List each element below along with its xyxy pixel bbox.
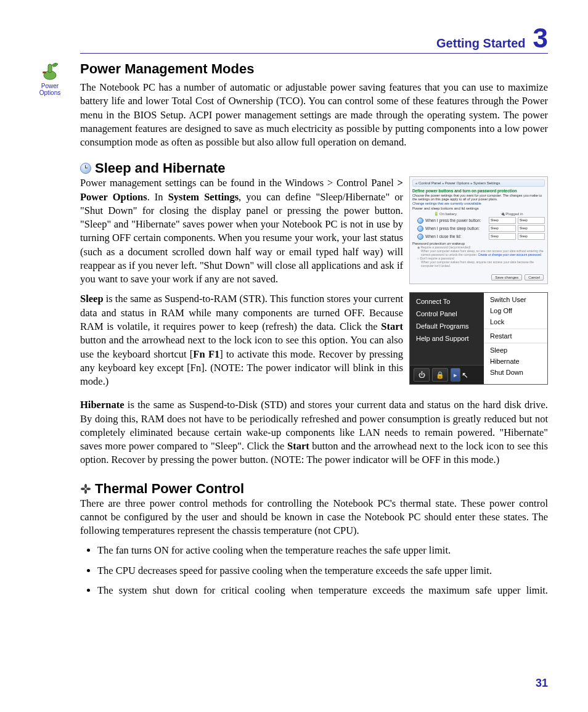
cp-row-lid: When I close the lid: [425,234,487,239]
power-options-label-1: Power [26,83,74,89]
sm-lock: Lock [484,316,547,327]
hibernate-description: Hibernate is the same as Suspend-to-Disk… [80,395,548,467]
power-options-icon: Power Options [26,59,74,96]
sm-log-off: Log Off [484,305,547,316]
page-number: 31 [536,677,548,690]
cp-row-sleep: When I press the sleep button: [425,226,487,231]
lock-icon: 🔒 [432,368,448,382]
cp-col-battery: On battery [439,212,457,216]
sm-hibernate: Hibernate [484,356,547,367]
cp-cancel-button: Cancel [525,274,544,280]
thermal-bullet-2: The CPU decreases speed for passive cool… [97,564,548,578]
thermal-bullets: The fan turns ON for active cooling when… [80,544,548,597]
sm-default-programs: Default Programs [410,320,484,332]
sm-sleep: Sleep [484,345,547,356]
power-icon: ⏻ [414,368,430,382]
svg-rect-2 [43,72,46,73]
header-chapter-number: 3 [533,25,548,52]
cp-row-power: When I press the power button: [425,218,487,223]
svg-rect-1 [48,64,52,73]
section-sleep-title: Sleep and Hibernate [95,160,226,176]
arrow-icon: ▸ [451,368,460,382]
cp-breadcrumb: « Control Panel » Power Options » System… [412,179,545,187]
clock-icon [80,163,91,174]
control-panel-screenshot: « Control Panel » Power Options » System… [409,176,548,284]
cp-save-button: Save changes [491,274,522,280]
cp-sub: Choose the power settings that you want … [412,194,545,201]
sm-shut-down: Shut Down [484,367,547,378]
header-title: Getting Started [436,36,525,51]
thermal-intro: There are three power control methods fo… [80,497,548,538]
sm-switch-user: Switch User [484,294,547,305]
sm-connect-to: Connect To [410,295,484,308]
cursor-icon: ↖ [462,370,468,380]
cp-link-unavailable: Change settings that are currently unava… [412,202,545,205]
sm-control-panel: Control Panel [410,308,484,320]
section-thermal-title: Thermal Power Control [95,481,244,497]
start-menu-screenshot: Connect To Control Panel Default Program… [409,292,548,385]
section-power-mgmt-title: Power Management Modes [80,61,548,77]
sm-help-support: Help and Support [410,332,484,345]
power-options-label-2: Options [26,89,74,96]
thermal-bullet-1: The fan turns ON for active cooling when… [97,544,548,557]
sm-restart: Restart [484,330,547,342]
cp-section-buttons: Power and sleep buttons and lid settings [412,207,545,210]
section-power-mgmt-body: The Notebook PC has a number of automati… [80,81,548,149]
thermal-bullet-3: The system shut down for critical coolin… [97,584,548,597]
page-header: Getting Started 3 [80,25,548,54]
cp-heading: Define power buttons and turn on passwor… [412,189,545,193]
fan-icon [80,483,91,494]
cp-col-plugged: Plugged in [505,212,523,216]
